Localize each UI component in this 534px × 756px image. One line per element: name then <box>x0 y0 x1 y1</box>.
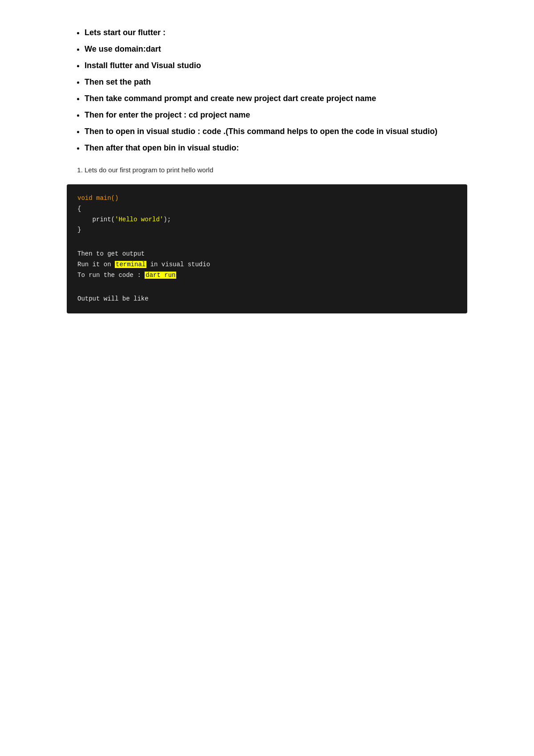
code-run-pre: Run it on <box>77 261 115 268</box>
code-output-text: Then to get output <box>77 250 145 257</box>
code-line-2: { <box>77 204 457 215</box>
code-line-1: void main() <box>77 193 457 204</box>
code-line-7: Run it on terminal in visual studio <box>77 260 457 270</box>
bullet-item-8: Then after that open bin in visual studi… <box>85 142 467 154</box>
bullet-item-6: Then for enter the project : cd project … <box>85 109 467 121</box>
code-line-8: To run the code : dart run <box>77 270 457 281</box>
code-line-10: Output will be like <box>77 294 457 305</box>
code-string-hello: 'Hello world' <box>115 216 163 223</box>
code-line-3: print('Hello world'); <box>77 215 457 225</box>
bullet-item-3: Install flutter and Visual studio <box>85 60 467 72</box>
code-terminal-highlight: terminal <box>115 261 146 268</box>
code-keyword-void: void main() <box>77 195 118 202</box>
code-print: print('Hello world'); <box>77 216 171 223</box>
content-area: Lets start our flutter : We use domain:d… <box>67 27 467 313</box>
bullet-list: Lets start our flutter : We use domain:d… <box>67 27 467 154</box>
bullet-item-1: Lets start our flutter : <box>85 27 467 39</box>
code-output-will-be: Output will be like <box>77 295 149 302</box>
code-dartrun-highlight: dart run <box>145 272 176 279</box>
bullet-item-5: Then take command prompt and create new … <box>85 93 467 105</box>
bullet-item-4: Then set the path <box>85 76 467 88</box>
code-line-6: Then to get output <box>77 249 457 260</box>
code-line-blank1 <box>77 236 457 246</box>
numbered-list: Lets do our first program to print hello… <box>67 165 467 175</box>
code-dartrun-pre: To run the code : <box>77 272 145 279</box>
code-line-4: } <box>77 225 457 236</box>
code-brace-close: } <box>77 226 81 233</box>
code-run-post: in visual studio <box>146 261 210 268</box>
bullet-item-7: Then to open in visual studio : code .(T… <box>85 126 467 138</box>
code-line-blank2 <box>77 280 457 291</box>
bullet-item-2: We use domain:dart <box>85 43 467 55</box>
code-block: void main() { print('Hello world'); } Th… <box>67 184 467 313</box>
code-brace-open: { <box>77 205 81 212</box>
numbered-item-1: Lets do our first program to print hello… <box>85 165 467 175</box>
